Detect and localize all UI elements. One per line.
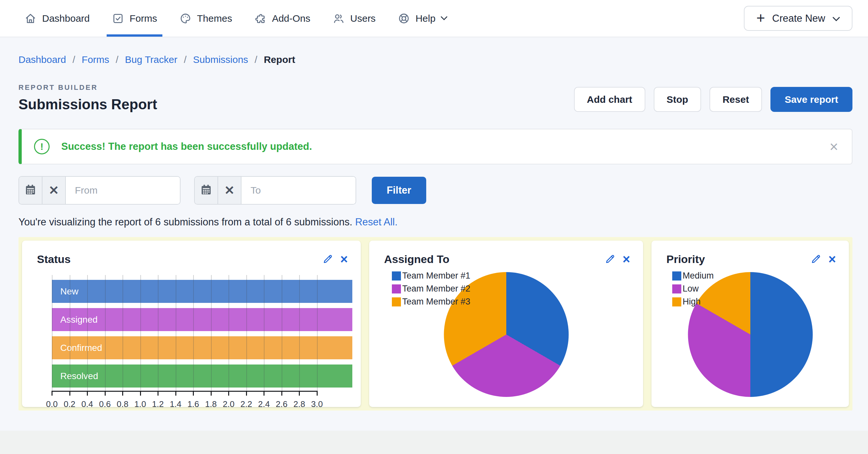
calendar-icon — [24, 184, 37, 197]
gridline — [299, 275, 300, 391]
alert-message: Success! The report has been successfull… — [61, 141, 312, 152]
to-date-input[interactable] — [242, 177, 355, 204]
bar-new: New — [52, 280, 352, 303]
clear-icon: ✕ — [224, 184, 235, 196]
nav-item-label: Themes — [197, 13, 232, 24]
assigned-to-pie-chart: Team Member #1Team Member #2Team Member … — [369, 266, 643, 402]
breadcrumb-link-bug-tracker[interactable]: Bug Tracker — [125, 54, 177, 65]
legend-item-high: High — [672, 297, 714, 307]
breadcrumb-current: Report — [264, 54, 295, 65]
from-calendar-button[interactable] — [19, 177, 42, 204]
remove-chart-icon[interactable]: × — [623, 254, 630, 264]
bar-confirmed: Confirmed — [52, 336, 352, 359]
breadcrumb-link-dashboard[interactable]: Dashboard — [19, 54, 66, 65]
bar-row-confirmed: Confirmed — [52, 336, 352, 359]
stop-button[interactable]: Stop — [654, 87, 702, 112]
legend-swatch — [392, 297, 401, 306]
save-report-button[interactable]: Save report — [770, 87, 852, 112]
axis-tick-label: 0.0 — [46, 399, 58, 409]
axis-tick — [281, 391, 282, 396]
status-bar-chart: NewAssignedConfirmedResolved — [52, 280, 352, 388]
chart-card-actions: × — [322, 253, 348, 265]
edit-chart-icon[interactable] — [604, 253, 616, 265]
axis-tick — [228, 391, 229, 396]
gridline — [228, 275, 229, 391]
breadcrumb-separator: / — [184, 54, 186, 65]
summary-text: You're visualizing the report of 6 submi… — [19, 216, 352, 228]
priority-pie-chart: MediumLowHigh — [651, 266, 849, 402]
breadcrumb-link-submissions[interactable]: Submissions — [193, 54, 248, 65]
date-filter-row: ✕ ✕ Filter — [19, 176, 852, 205]
gridline — [282, 275, 282, 391]
axis-tick-label: 0.4 — [81, 399, 93, 409]
axis-tick-label: 0.2 — [64, 399, 75, 409]
remove-chart-icon[interactable]: × — [340, 254, 348, 264]
success-alert: ! Success! The report has been successfu… — [19, 129, 852, 164]
axis-tick — [264, 391, 265, 396]
axis-tick-label: 1.2 — [152, 399, 164, 409]
breadcrumb-separator: / — [116, 54, 118, 65]
palette-icon — [179, 12, 191, 25]
legend-swatch — [672, 284, 681, 294]
gridline — [264, 275, 265, 391]
create-new-button[interactable]: + Create New — [744, 6, 852, 31]
reset-button[interactable]: Reset — [710, 87, 762, 112]
alert-close-icon[interactable]: × — [830, 139, 838, 154]
chart-card-header: Status × — [22, 241, 361, 266]
gridline — [211, 275, 212, 391]
remove-chart-icon[interactable]: × — [829, 254, 836, 264]
add-chart-button[interactable]: Add chart — [574, 87, 645, 112]
page-title: Submissions Report — [19, 96, 157, 113]
bar-row-new: New — [52, 280, 352, 303]
plus-icon: + — [756, 10, 765, 25]
footer-strip — [0, 431, 868, 454]
bar-assigned: Assigned — [52, 308, 352, 331]
main-content: Dashboard/Forms/Bug Tracker/Submissions/… — [0, 54, 868, 411]
chart-card-actions: × — [810, 253, 836, 265]
report-charts-area: Status × NewAssignedConfirmedResolved 0.… — [19, 237, 852, 411]
nav-item-dashboard[interactable]: Dashboard — [24, 0, 90, 37]
nav-item-themes[interactable]: Themes — [179, 0, 232, 37]
to-date-group: ✕ — [194, 176, 356, 205]
gridline — [52, 275, 53, 391]
to-calendar-button[interactable] — [195, 177, 218, 204]
nav-item-users[interactable]: Users — [333, 0, 376, 37]
from-date-input[interactable] — [66, 177, 180, 204]
chart-card-actions: × — [604, 253, 630, 265]
axis-tick — [52, 391, 53, 396]
bar-label: Resolved — [60, 371, 98, 381]
from-date-group: ✕ — [19, 176, 181, 205]
puzzle-icon — [254, 12, 267, 25]
users-icon — [333, 12, 345, 25]
legend-item-team-member-1: Team Member #1 — [392, 271, 470, 281]
breadcrumb-link-forms[interactable]: Forms — [82, 54, 109, 65]
to-clear-button[interactable]: ✕ — [218, 177, 242, 204]
nav-item-add-ons[interactable]: Add-Ons — [254, 0, 310, 37]
top-nav: DashboardFormsThemesAdd-OnsUsersHelp + C… — [0, 0, 868, 37]
gridline — [158, 275, 158, 391]
gridline — [123, 275, 123, 391]
axis-tick-label: 1.4 — [170, 399, 182, 409]
report-summary: You're visualizing the report of 6 submi… — [19, 216, 852, 228]
reset-all-link[interactable]: Reset All. — [355, 216, 398, 228]
gridline — [141, 275, 141, 391]
bar-resolved: Resolved — [52, 364, 352, 388]
nav-item-forms[interactable]: Forms — [112, 0, 157, 37]
edit-chart-icon[interactable] — [322, 253, 333, 265]
axis-tick-label: 0.8 — [117, 399, 128, 409]
chart-title: Assigned To — [384, 253, 450, 266]
breadcrumb-separator: / — [255, 54, 257, 65]
chart-card-header: Priority × — [651, 241, 849, 266]
legend-item-medium: Medium — [672, 271, 714, 281]
filter-button[interactable]: Filter — [372, 177, 426, 204]
axis-tick — [122, 391, 123, 396]
gridline — [317, 275, 318, 391]
axis-tick — [140, 391, 141, 396]
legend-label: Team Member #1 — [402, 271, 470, 281]
calendar-icon — [200, 184, 212, 197]
from-clear-button[interactable]: ✕ — [42, 177, 66, 204]
edit-chart-icon[interactable] — [810, 253, 821, 265]
breadcrumb-separator: / — [72, 54, 75, 65]
gridline — [70, 275, 70, 391]
nav-item-help[interactable]: Help — [398, 0, 447, 37]
